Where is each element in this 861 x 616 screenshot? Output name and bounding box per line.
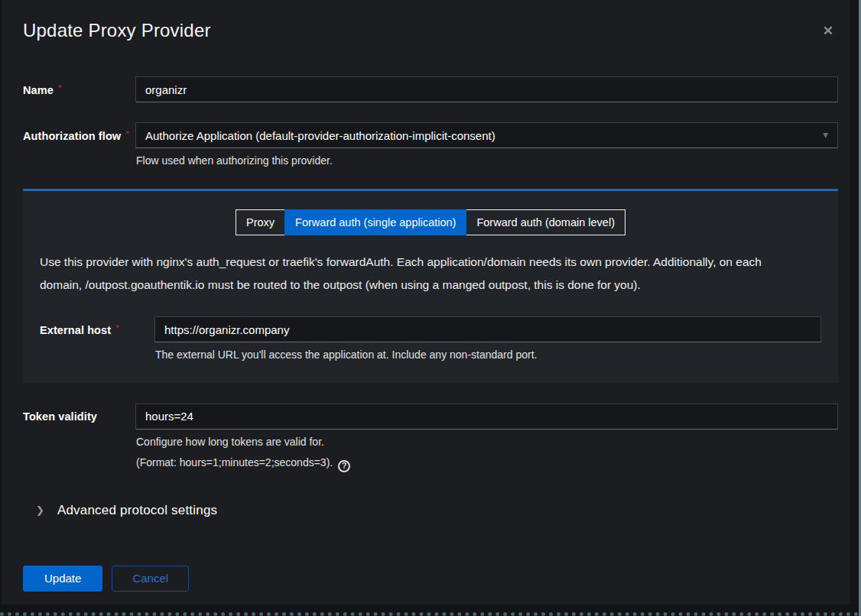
token-validity-label: Token validity bbox=[23, 404, 135, 423]
authorization-flow-select[interactable]: Authorize Application (default-provider-… bbox=[135, 122, 838, 148]
chevron-right-icon: ❯ bbox=[36, 504, 44, 516]
question-circle-icon[interactable]: ? bbox=[338, 460, 350, 472]
external-host-help-text: The external URL you'll access the appli… bbox=[154, 347, 821, 362]
modal-header: Update Proxy Provider ✕ bbox=[23, 20, 838, 41]
proxy-mode-toggle-group: Proxy Forward auth (single application) … bbox=[40, 209, 821, 235]
name-control-col bbox=[135, 76, 838, 102]
chevron-down-icon: ▾ bbox=[823, 128, 828, 141]
token-validity-help-text: Configure how long tokens are valid for. bbox=[135, 434, 838, 449]
close-icon[interactable]: ✕ bbox=[818, 21, 838, 41]
tab-proxy[interactable]: Proxy bbox=[236, 209, 285, 235]
modal-footer: Update Cancel bbox=[23, 566, 838, 592]
name-input[interactable] bbox=[135, 76, 838, 102]
authorization-flow-label: Authorization flow* bbox=[23, 122, 135, 142]
required-marker: * bbox=[58, 83, 61, 92]
advanced-protocol-settings-label: Advanced protocol settings bbox=[57, 503, 217, 518]
token-validity-label-text: Token validity bbox=[23, 410, 97, 423]
token-validity-format-text: (Format: hours=1;minutes=2;seconds=3). bbox=[136, 456, 333, 468]
external-host-field-row: External host* The external URL you'll a… bbox=[40, 316, 821, 362]
authorization-flow-field-row: Authorization flow* Authorize Applicatio… bbox=[23, 122, 838, 168]
name-label-text: Name bbox=[23, 84, 54, 96]
screen: { "modal": { "title": "Update Proxy Prov… bbox=[0, 0, 861, 616]
authorization-flow-help-text: Flow used when authorizing this provider… bbox=[135, 153, 838, 168]
external-host-input[interactable] bbox=[154, 316, 821, 342]
token-validity-field-row: Token validity Configure how long tokens… bbox=[23, 404, 838, 472]
provider-form: Name* Authorization flow* Authorize Appl… bbox=[23, 76, 838, 592]
tab-forward-auth-domain-level[interactable]: Forward auth (domain level) bbox=[466, 209, 625, 235]
token-validity-control-col: Configure how long tokens are valid for.… bbox=[135, 404, 838, 472]
name-label: Name* bbox=[23, 76, 135, 96]
authorization-flow-label-text: Authorization flow bbox=[23, 130, 121, 142]
proxy-mode-card: Proxy Forward auth (single application) … bbox=[23, 189, 838, 382]
update-proxy-provider-modal: Update Proxy Provider ✕ Name* Authorizat… bbox=[2, 0, 850, 605]
page-bottom-edge bbox=[0, 605, 859, 616]
mode-description-line-1: Use this provider with nginx's auth_requ… bbox=[40, 251, 821, 274]
advanced-protocol-settings-expander[interactable]: ❯ Advanced protocol settings bbox=[23, 503, 838, 518]
name-field-row: Name* bbox=[23, 76, 838, 102]
external-host-control-col: The external URL you'll access the appli… bbox=[154, 316, 821, 362]
modal-title: Update Proxy Provider bbox=[23, 20, 211, 41]
update-button[interactable]: Update bbox=[23, 566, 102, 592]
mode-description: Use this provider with nginx's auth_requ… bbox=[40, 251, 821, 297]
external-host-label-text: External host bbox=[40, 324, 111, 336]
token-validity-format-help: (Format: hours=1;minutes=2;seconds=3).? bbox=[135, 455, 838, 472]
required-marker: * bbox=[115, 323, 119, 332]
external-host-label: External host* bbox=[40, 316, 154, 336]
authorization-flow-selected-option: Authorize Application (default-provider-… bbox=[145, 129, 495, 142]
cancel-button[interactable]: Cancel bbox=[112, 566, 189, 592]
tab-forward-auth-single-application[interactable]: Forward auth (single application) bbox=[284, 209, 466, 235]
authorization-flow-control-col: Authorize Application (default-provider-… bbox=[135, 122, 838, 168]
required-marker: * bbox=[125, 129, 128, 138]
token-validity-input[interactable] bbox=[135, 404, 838, 430]
mode-description-line-2: domain, /outpost.goauthentik.io must be … bbox=[40, 274, 821, 297]
